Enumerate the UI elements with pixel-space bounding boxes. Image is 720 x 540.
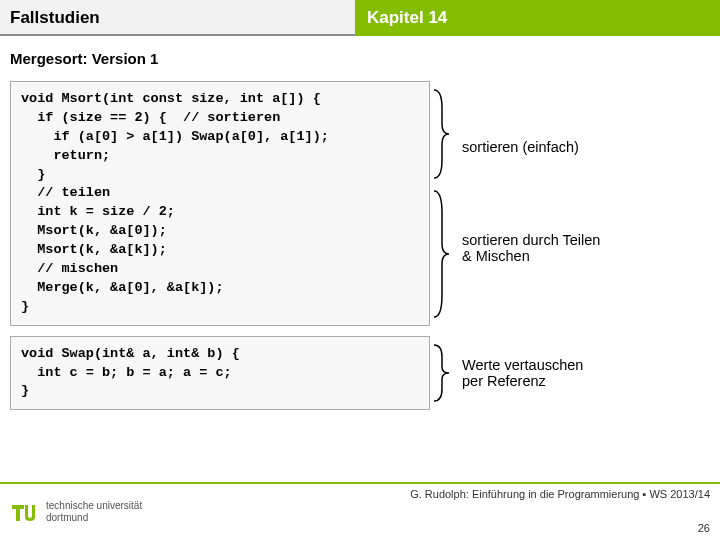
curly-brace-icon — [432, 343, 450, 403]
slide-content: Mergesort: Version 1 void Msort(int cons… — [0, 36, 720, 410]
code-row-2: void Swap(int& a, int& b) { int c = b; b… — [10, 336, 710, 411]
slide-footer: technische universität dortmund G. Rudol… — [0, 482, 720, 540]
header-left-title: Fallstudien — [0, 0, 355, 36]
slide-subtitle: Mergesort: Version 1 — [10, 50, 710, 67]
curly-brace-icon — [432, 88, 450, 180]
page-number: 26 — [698, 522, 710, 534]
university-logo: technische universität dortmund — [10, 497, 142, 527]
uni-line-1: technische universität — [46, 500, 142, 512]
annotation-sort-simple: sortieren (einfach) — [462, 139, 600, 155]
code-row-1: void Msort(int const size, int a[]) { if… — [10, 81, 710, 326]
annotation-swap: Werte vertauschen per Referenz — [452, 336, 583, 411]
annotation-sort-divide: sortieren durch Teilen & Mischen — [462, 232, 600, 264]
code-block-swap: void Swap(int& a, int& b) { int c = b; b… — [10, 336, 430, 411]
header-right-chapter: Kapitel 14 — [355, 0, 720, 36]
annotation-column-1: sortieren (einfach) sortieren durch Teil… — [452, 81, 600, 326]
footer-credit: G. Rudolph: Einführung in die Programmie… — [410, 488, 710, 500]
university-name: technische universität dortmund — [46, 500, 142, 524]
tu-logo-icon — [10, 497, 40, 527]
code-block-msort: void Msort(int const size, int a[]) { if… — [10, 81, 430, 326]
svg-rect-1 — [16, 505, 20, 521]
curly-brace-icon — [432, 189, 450, 319]
uni-line-2: dortmund — [46, 512, 142, 524]
brace-column-1 — [430, 81, 452, 326]
annotation-swap-text: Werte vertauschen per Referenz — [462, 357, 583, 389]
slide-header: Fallstudien Kapitel 14 — [0, 0, 720, 36]
brace-column-2 — [430, 336, 452, 411]
